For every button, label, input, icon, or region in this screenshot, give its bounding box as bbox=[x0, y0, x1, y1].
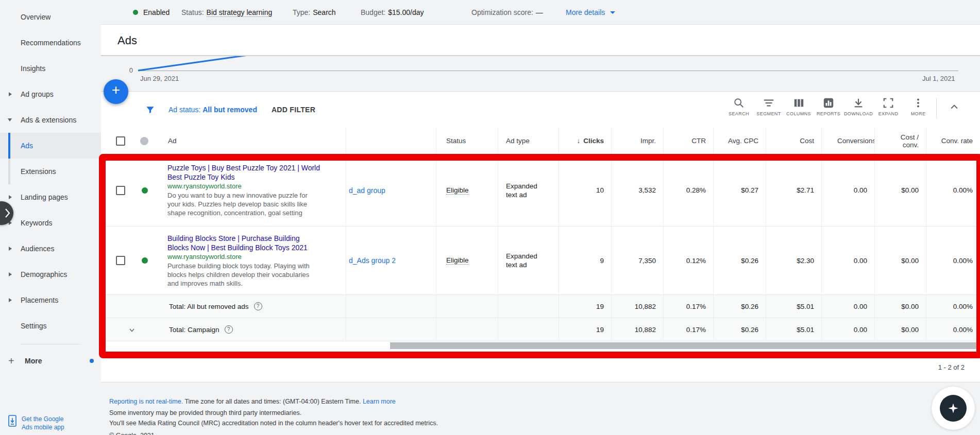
download-button[interactable]: DOWNLOAD bbox=[843, 97, 873, 116]
ad-status[interactable]: Eligible bbox=[446, 186, 469, 195]
sidebar-item-ads-extensions[interactable]: Ads & extensions bbox=[0, 107, 101, 133]
sidebar-item-audiences[interactable]: Audiences bbox=[0, 236, 101, 262]
columns-button[interactable]: COLUMNS bbox=[784, 97, 814, 116]
col-header-ad-group[interactable] bbox=[346, 128, 436, 154]
expand-button[interactable]: EXPAND bbox=[873, 97, 903, 116]
col-header-clicks-sorted[interactable]: Clicks bbox=[559, 128, 612, 154]
sidebar-item-settings[interactable]: Settings bbox=[0, 313, 101, 339]
col-header-cost[interactable]: Cost bbox=[766, 128, 822, 154]
ad-enabled-dot bbox=[142, 257, 148, 264]
new-ad-button[interactable] bbox=[104, 79, 128, 104]
add-filter-button[interactable]: ADD FILTER bbox=[272, 106, 315, 114]
sidebar-item-keywords[interactable]: Keywords bbox=[0, 210, 101, 236]
ad-status[interactable]: Eligible bbox=[446, 256, 469, 265]
subnav-track bbox=[8, 159, 10, 184]
segment-icon bbox=[763, 97, 774, 109]
row-checkbox[interactable] bbox=[116, 186, 125, 195]
left-navigation: Overview Recommendations Insights Ad gro… bbox=[0, 0, 101, 435]
clicks-value: 10 bbox=[559, 154, 612, 227]
sidebar-item-ad-groups[interactable]: Ad groups bbox=[0, 81, 101, 107]
more-options-button[interactable]: MORE bbox=[903, 97, 933, 116]
mobile-app-link[interactable]: Get the Google Ads mobile app bbox=[7, 415, 64, 431]
plus-icon bbox=[8, 355, 14, 367]
pagination-label: 1 - 2 of 2 bbox=[938, 363, 965, 371]
col-header-ctr[interactable]: CTR bbox=[664, 128, 714, 154]
conv-rate-value: 0.00% bbox=[926, 154, 980, 227]
ctr-value: 0.28% bbox=[664, 154, 714, 227]
chevron-down-icon bbox=[8, 118, 12, 121]
impressions-total: 10,882 bbox=[612, 318, 664, 341]
campaign-budget[interactable]: Budget: $15.00/day bbox=[361, 0, 424, 25]
clicks-value: 9 bbox=[559, 227, 612, 295]
search-button[interactable]: SEARCH bbox=[724, 97, 754, 116]
collapse-table-chevron-up[interactable] bbox=[949, 102, 959, 112]
filter-funnel-icon bbox=[145, 105, 155, 115]
sidebar-item-more[interactable]: More bbox=[0, 350, 101, 372]
sidebar-item-extensions[interactable]: Extensions bbox=[0, 159, 101, 184]
horizontal-scrollbar-track[interactable] bbox=[101, 341, 980, 351]
sidebar-item-insights[interactable]: Insights bbox=[0, 56, 101, 81]
col-header-status[interactable]: Status bbox=[436, 128, 498, 154]
cost-per-conv-value: $0.00 bbox=[875, 227, 926, 295]
spark-star-icon bbox=[948, 403, 959, 414]
campaign-status-bar: Enabled Status: Bid strategy learning Ty… bbox=[101, 0, 980, 25]
ad-type: Expanded text ad bbox=[506, 182, 550, 199]
ad-group-link[interactable]: d_ad group bbox=[349, 186, 385, 195]
ad-status-filter-chip[interactable]: Ad status: All but removed bbox=[168, 106, 257, 114]
select-all-checkbox[interactable] bbox=[116, 136, 125, 146]
sort-descending-icon bbox=[577, 137, 583, 145]
horizontal-scrollbar-thumb[interactable] bbox=[390, 342, 976, 349]
conv-rate-total: 0.00% bbox=[926, 318, 980, 341]
col-header-ad[interactable]: Ad bbox=[168, 137, 177, 145]
cost-value: $2.71 bbox=[766, 154, 822, 227]
col-header-avg-cpc[interactable]: Avg. CPC bbox=[714, 128, 766, 154]
toolbar-divider bbox=[936, 98, 937, 118]
campaign-enabled-state[interactable]: Enabled bbox=[133, 0, 170, 25]
conversions-total: 0.00 bbox=[822, 318, 875, 341]
sidebar-item-demographics[interactable]: Demographics bbox=[0, 262, 101, 287]
selected-indicator bbox=[8, 133, 10, 159]
sidebar-item-placements[interactable]: Placements bbox=[0, 287, 101, 313]
ad-type: Expanded text ad bbox=[506, 252, 550, 269]
col-header-conversions[interactable]: Conversions bbox=[822, 128, 875, 154]
page-title: Ads bbox=[117, 34, 137, 47]
timezone-text: Time zone for all dates and times: (GMT-… bbox=[184, 398, 361, 405]
chevron-right-icon bbox=[9, 92, 12, 96]
col-header-cost-conv[interactable]: Cost / conv. bbox=[875, 128, 926, 154]
ad-title-link[interactable]: Building Blocks Store | Purchase Buildin… bbox=[167, 234, 322, 252]
col-header-impr[interactable]: Impr. bbox=[612, 128, 664, 154]
row-checkbox[interactable] bbox=[116, 256, 125, 265]
help-question-icon[interactable] bbox=[254, 302, 262, 310]
ad-group-link[interactable]: d_Ads group 2 bbox=[349, 256, 396, 265]
download-icon bbox=[853, 97, 864, 109]
conversions-value: 0.00 bbox=[822, 154, 875, 227]
chevron-right-icon bbox=[5, 208, 10, 218]
cost-per-conv-total: $0.00 bbox=[875, 295, 926, 318]
sidebar-item-recommendations[interactable]: Recommendations bbox=[0, 30, 101, 56]
segment-button[interactable]: SEGMENT bbox=[754, 97, 784, 116]
footer: Reporting is not real-time. Time zone fo… bbox=[101, 382, 980, 435]
col-header-conv-rate[interactable]: Conv. rate bbox=[926, 128, 980, 154]
table-header-row: Ad Status Ad type Clicks Impr. CTR Avg. … bbox=[101, 128, 980, 154]
ad-title-link[interactable]: Puzzle Toys | Buy Best Puzzle Toy 2021 |… bbox=[167, 163, 322, 182]
help-question-icon[interactable] bbox=[225, 325, 233, 334]
sidebar-item-ads-selected[interactable]: Ads bbox=[0, 133, 101, 159]
status-circle-icon bbox=[140, 137, 148, 145]
learn-more-link[interactable]: Learn more bbox=[363, 398, 396, 405]
conversions-total: 0.00 bbox=[822, 295, 875, 318]
col-header-ad-type[interactable]: Ad type bbox=[498, 128, 559, 154]
more-details-button[interactable]: More details bbox=[566, 0, 615, 25]
campaign-status[interactable]: Status: Bid strategy learning bbox=[181, 0, 272, 25]
sidebar-item-overview[interactable]: Overview bbox=[0, 4, 101, 30]
expand-total-chevron-icon[interactable] bbox=[128, 326, 136, 334]
conv-rate-value: 0.00% bbox=[926, 227, 980, 295]
assistant-button[interactable] bbox=[940, 395, 967, 422]
reports-button[interactable]: REPORTS bbox=[814, 97, 843, 116]
cost-total: $5.01 bbox=[766, 295, 822, 318]
enabled-dot-icon bbox=[133, 10, 138, 15]
reporting-link[interactable]: Reporting is not real-time. bbox=[109, 398, 183, 405]
chevron-right-icon bbox=[9, 272, 12, 276]
clicks-total: 19 bbox=[559, 318, 612, 341]
total-row-all-but-removed: Total: All but removed ads 19 10,882 0.1… bbox=[101, 295, 980, 318]
sidebar-item-landing-pages[interactable]: Landing pages bbox=[0, 184, 101, 210]
